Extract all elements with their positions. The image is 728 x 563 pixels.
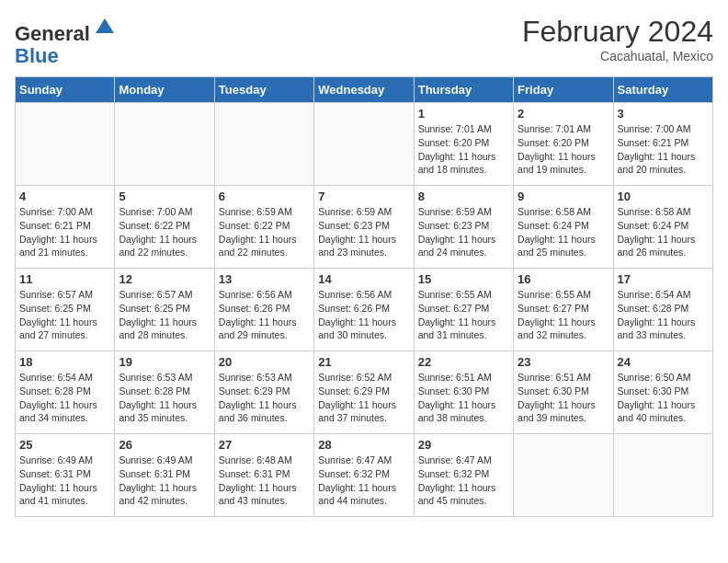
logo: General Blue [15, 15, 118, 67]
calendar-cell: 28Sunrise: 6:47 AMSunset: 6:32 PMDayligh… [314, 434, 414, 517]
day-number: 5 [119, 190, 210, 203]
day-info: Sunrise: 6:53 AMSunset: 6:29 PMDaylight:… [219, 371, 310, 425]
calendar-cell [613, 434, 712, 517]
calendar-cell: 11Sunrise: 6:57 AMSunset: 6:25 PMDayligh… [16, 269, 115, 351]
day-number: 7 [318, 190, 409, 203]
dow-header-monday: Monday [115, 77, 214, 103]
day-info: Sunrise: 6:50 AMSunset: 6:30 PMDaylight:… [618, 371, 709, 425]
dow-header-friday: Friday [514, 77, 613, 103]
day-number: 10 [618, 190, 709, 203]
days-of-week-row: SundayMondayTuesdayWednesdayThursdayFrid… [16, 77, 713, 103]
day-number: 13 [219, 272, 310, 286]
calendar-cell: 14Sunrise: 6:56 AMSunset: 6:26 PMDayligh… [314, 269, 414, 351]
day-number: 29 [418, 438, 509, 452]
day-info: Sunrise: 6:55 AMSunset: 6:27 PMDaylight:… [418, 288, 509, 342]
day-info: Sunrise: 6:58 AMSunset: 6:24 PMDaylight:… [518, 205, 609, 259]
day-info: Sunrise: 6:51 AMSunset: 6:30 PMDaylight:… [418, 371, 509, 425]
day-info: Sunrise: 6:59 AMSunset: 6:23 PMDaylight:… [318, 205, 409, 259]
day-number: 2 [518, 107, 609, 121]
day-info: Sunrise: 6:59 AMSunset: 6:22 PMDaylight:… [219, 205, 310, 259]
day-info: Sunrise: 6:48 AMSunset: 6:31 PMDaylight:… [219, 454, 310, 508]
day-number: 6 [219, 190, 310, 203]
day-number: 17 [618, 272, 709, 286]
calendar-cell: 23Sunrise: 6:51 AMSunset: 6:30 PMDayligh… [514, 351, 613, 434]
day-number: 12 [119, 272, 210, 286]
week-row-5: 25Sunrise: 6:49 AMSunset: 6:31 PMDayligh… [16, 434, 713, 517]
calendar-cell [115, 103, 214, 186]
calendar-cell: 4Sunrise: 7:00 AMSunset: 6:21 PMDaylight… [16, 186, 115, 269]
day-number: 16 [518, 272, 609, 286]
svg-marker-0 [96, 18, 114, 33]
day-number: 11 [19, 272, 110, 286]
day-number: 15 [418, 272, 509, 286]
dow-header-sunday: Sunday [16, 77, 115, 103]
day-info: Sunrise: 6:47 AMSunset: 6:32 PMDaylight:… [418, 454, 509, 508]
calendar-cell: 18Sunrise: 6:54 AMSunset: 6:28 PMDayligh… [16, 351, 115, 434]
month-title: February 2024 [522, 15, 713, 49]
calendar-cell: 3Sunrise: 7:00 AMSunset: 6:21 PMDaylight… [613, 103, 712, 186]
location: Cacahuatal, Mexico [522, 49, 713, 63]
day-info: Sunrise: 6:51 AMSunset: 6:30 PMDaylight:… [518, 371, 609, 425]
dow-header-tuesday: Tuesday [214, 77, 313, 103]
day-number: 4 [19, 190, 110, 203]
calendar-cell: 19Sunrise: 6:53 AMSunset: 6:28 PMDayligh… [115, 351, 214, 434]
day-info: Sunrise: 6:56 AMSunset: 6:26 PMDaylight:… [318, 288, 409, 342]
calendar-cell: 29Sunrise: 6:47 AMSunset: 6:32 PMDayligh… [414, 434, 513, 517]
day-number: 20 [219, 355, 310, 369]
dow-header-saturday: Saturday [613, 77, 712, 103]
day-info: Sunrise: 6:47 AMSunset: 6:32 PMDaylight:… [318, 454, 409, 508]
day-info: Sunrise: 6:55 AMSunset: 6:27 PMDaylight:… [518, 288, 609, 342]
day-number: 25 [19, 438, 110, 452]
day-info: Sunrise: 7:01 AMSunset: 6:20 PMDaylight:… [518, 122, 609, 177]
calendar-cell: 25Sunrise: 6:49 AMSunset: 6:31 PMDayligh… [16, 434, 115, 517]
day-info: Sunrise: 6:49 AMSunset: 6:31 PMDaylight:… [119, 454, 210, 508]
day-number: 9 [518, 190, 609, 203]
day-number: 23 [518, 355, 609, 369]
day-info: Sunrise: 7:00 AMSunset: 6:21 PMDaylight:… [19, 205, 110, 259]
calendar-cell: 7Sunrise: 6:59 AMSunset: 6:23 PMDaylight… [314, 186, 414, 269]
calendar-cell: 12Sunrise: 6:57 AMSunset: 6:25 PMDayligh… [115, 269, 214, 351]
day-number: 14 [318, 272, 409, 286]
day-number: 18 [19, 355, 110, 369]
day-number: 1 [418, 107, 509, 121]
day-number: 28 [318, 438, 409, 452]
week-row-4: 18Sunrise: 6:54 AMSunset: 6:28 PMDayligh… [16, 351, 713, 434]
calendar-cell: 15Sunrise: 6:55 AMSunset: 6:27 PMDayligh… [414, 269, 513, 351]
calendar-table: SundayMondayTuesdayWednesdayThursdayFrid… [15, 76, 713, 517]
day-info: Sunrise: 6:56 AMSunset: 6:26 PMDaylight:… [219, 288, 310, 342]
calendar-cell: 10Sunrise: 6:58 AMSunset: 6:24 PMDayligh… [613, 186, 712, 269]
calendar-cell: 1Sunrise: 7:01 AMSunset: 6:20 PMDaylight… [414, 103, 513, 186]
day-info: Sunrise: 7:00 AMSunset: 6:22 PMDaylight:… [119, 205, 210, 259]
day-number: 3 [618, 107, 709, 121]
calendar-body: 1Sunrise: 7:01 AMSunset: 6:20 PMDaylight… [16, 103, 713, 517]
calendar-cell [16, 103, 115, 186]
calendar-cell: 13Sunrise: 6:56 AMSunset: 6:26 PMDayligh… [214, 269, 313, 351]
day-info: Sunrise: 6:52 AMSunset: 6:29 PMDaylight:… [318, 371, 409, 425]
dow-header-wednesday: Wednesday [314, 77, 414, 103]
calendar-cell: 6Sunrise: 6:59 AMSunset: 6:22 PMDaylight… [214, 186, 313, 269]
day-info: Sunrise: 7:00 AMSunset: 6:21 PMDaylight:… [618, 122, 709, 177]
logo-general-text: General [15, 22, 90, 45]
calendar-cell: 2Sunrise: 7:01 AMSunset: 6:20 PMDaylight… [514, 103, 613, 186]
day-info: Sunrise: 6:57 AMSunset: 6:25 PMDaylight:… [119, 288, 210, 342]
day-info: Sunrise: 7:01 AMSunset: 6:20 PMDaylight:… [418, 122, 509, 177]
page-header: General Blue February 2024 Cacahuatal, M… [15, 15, 713, 67]
calendar-cell: 16Sunrise: 6:55 AMSunset: 6:27 PMDayligh… [514, 269, 613, 351]
calendar-cell: 5Sunrise: 7:00 AMSunset: 6:22 PMDaylight… [115, 186, 214, 269]
dow-header-thursday: Thursday [414, 77, 513, 103]
day-info: Sunrise: 6:57 AMSunset: 6:25 PMDaylight:… [19, 288, 110, 342]
day-number: 27 [219, 438, 310, 452]
day-info: Sunrise: 6:54 AMSunset: 6:28 PMDaylight:… [618, 288, 709, 342]
day-number: 8 [418, 190, 509, 203]
calendar-cell: 21Sunrise: 6:52 AMSunset: 6:29 PMDayligh… [314, 351, 414, 434]
day-info: Sunrise: 6:58 AMSunset: 6:24 PMDaylight:… [618, 205, 709, 259]
day-info: Sunrise: 6:59 AMSunset: 6:23 PMDaylight:… [418, 205, 509, 259]
week-row-1: 1Sunrise: 7:01 AMSunset: 6:20 PMDaylight… [16, 103, 713, 186]
calendar-cell: 20Sunrise: 6:53 AMSunset: 6:29 PMDayligh… [214, 351, 313, 434]
calendar-cell [514, 434, 613, 517]
calendar-cell: 24Sunrise: 6:50 AMSunset: 6:30 PMDayligh… [613, 351, 712, 434]
day-info: Sunrise: 6:49 AMSunset: 6:31 PMDaylight:… [19, 454, 110, 508]
logo-blue-text: Blue [15, 44, 59, 67]
day-number: 24 [618, 355, 709, 369]
calendar-cell [214, 103, 313, 186]
